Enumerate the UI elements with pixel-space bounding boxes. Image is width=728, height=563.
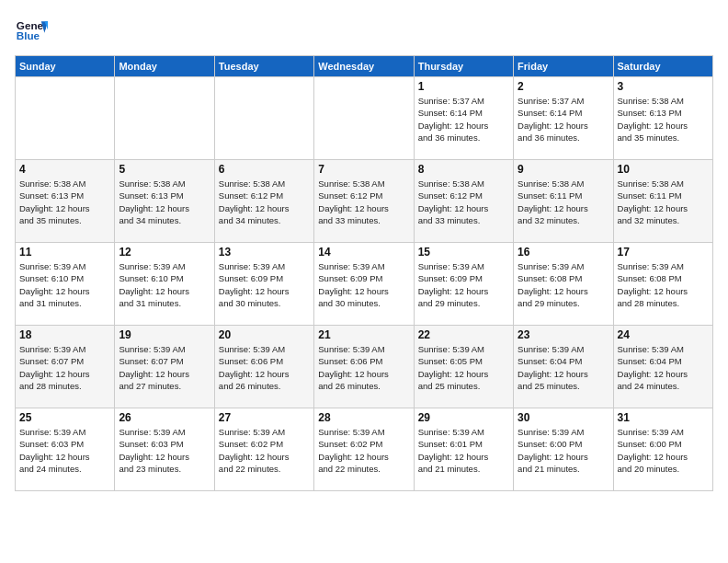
calendar-cell: 6Sunrise: 5:38 AM Sunset: 6:12 PM Daylig… (214, 160, 313, 243)
calendar-cell: 24Sunrise: 5:39 AM Sunset: 6:04 PM Dayli… (613, 326, 712, 408)
day-number: 24 (618, 328, 709, 341)
day-info: Sunrise: 5:38 AM Sunset: 6:13 PM Dayligh… (19, 178, 110, 226)
calendar-cell: 31Sunrise: 5:39 AM Sunset: 6:00 PM Dayli… (613, 408, 712, 491)
day-number: 16 (518, 246, 609, 259)
calendar-week-row: 18Sunrise: 5:39 AM Sunset: 6:07 PM Dayli… (16, 326, 713, 408)
day-number: 29 (418, 411, 509, 424)
day-number: 3 (618, 80, 709, 93)
day-number: 30 (518, 411, 609, 424)
day-number: 12 (119, 246, 210, 259)
day-number: 27 (219, 411, 310, 424)
calendar-cell: 7Sunrise: 5:38 AM Sunset: 6:12 PM Daylig… (314, 160, 414, 243)
day-number: 10 (618, 163, 709, 176)
calendar-header-monday: Monday (115, 56, 214, 77)
calendar-cell: 15Sunrise: 5:39 AM Sunset: 6:09 PM Dayli… (414, 243, 513, 326)
day-info: Sunrise: 5:39 AM Sunset: 6:09 PM Dayligh… (318, 260, 409, 309)
day-info: Sunrise: 5:39 AM Sunset: 6:08 PM Dayligh… (518, 260, 609, 309)
calendar-cell: 1Sunrise: 5:37 AM Sunset: 6:14 PM Daylig… (414, 77, 513, 160)
day-info: Sunrise: 5:39 AM Sunset: 6:08 PM Dayligh… (618, 260, 709, 309)
day-info: Sunrise: 5:38 AM Sunset: 6:11 PM Dayligh… (618, 178, 709, 226)
calendar-cell: 20Sunrise: 5:39 AM Sunset: 6:06 PM Dayli… (214, 326, 313, 408)
calendar-header-friday: Friday (514, 56, 613, 77)
day-number: 20 (219, 328, 310, 341)
calendar-cell (214, 77, 313, 160)
day-info: Sunrise: 5:38 AM Sunset: 6:12 PM Dayligh… (219, 178, 310, 226)
day-info: Sunrise: 5:39 AM Sunset: 6:01 PM Dayligh… (418, 426, 509, 475)
day-number: 25 (19, 411, 110, 424)
calendar-cell: 13Sunrise: 5:39 AM Sunset: 6:09 PM Dayli… (214, 243, 313, 326)
day-info: Sunrise: 5:39 AM Sunset: 6:02 PM Dayligh… (318, 426, 409, 475)
calendar-cell: 2Sunrise: 5:37 AM Sunset: 6:14 PM Daylig… (514, 77, 613, 160)
calendar-table: SundayMondayTuesdayWednesdayThursdayFrid… (15, 55, 713, 491)
day-number: 28 (318, 411, 409, 424)
day-info: Sunrise: 5:39 AM Sunset: 6:04 PM Dayligh… (618, 343, 709, 392)
logo: General Blue (15, 15, 29, 48)
calendar-cell: 16Sunrise: 5:39 AM Sunset: 6:08 PM Dayli… (514, 243, 613, 326)
logo-icon: General Blue (15, 15, 48, 48)
calendar-week-row: 25Sunrise: 5:39 AM Sunset: 6:03 PM Dayli… (16, 408, 713, 491)
day-number: 23 (518, 328, 609, 341)
day-info: Sunrise: 5:39 AM Sunset: 6:09 PM Dayligh… (219, 260, 310, 309)
day-number: 18 (19, 328, 110, 341)
calendar-week-row: 1Sunrise: 5:37 AM Sunset: 6:14 PM Daylig… (16, 77, 713, 160)
calendar-cell: 17Sunrise: 5:39 AM Sunset: 6:08 PM Dayli… (613, 243, 712, 326)
calendar-cell: 22Sunrise: 5:39 AM Sunset: 6:05 PM Dayli… (414, 326, 513, 408)
calendar-cell: 23Sunrise: 5:39 AM Sunset: 6:04 PM Dayli… (514, 326, 613, 408)
day-number: 4 (19, 163, 110, 176)
day-info: Sunrise: 5:39 AM Sunset: 6:04 PM Dayligh… (518, 343, 609, 392)
day-number: 19 (119, 328, 210, 341)
day-number: 1 (418, 80, 509, 93)
day-info: Sunrise: 5:37 AM Sunset: 6:14 PM Dayligh… (518, 95, 609, 144)
day-info: Sunrise: 5:38 AM Sunset: 6:12 PM Dayligh… (418, 178, 509, 226)
day-info: Sunrise: 5:39 AM Sunset: 6:06 PM Dayligh… (219, 343, 310, 392)
day-number: 17 (618, 246, 709, 259)
day-info: Sunrise: 5:39 AM Sunset: 6:10 PM Dayligh… (19, 260, 110, 309)
calendar-cell: 26Sunrise: 5:39 AM Sunset: 6:03 PM Dayli… (115, 408, 214, 491)
day-info: Sunrise: 5:39 AM Sunset: 6:09 PM Dayligh… (418, 260, 509, 309)
page-header: General Blue (15, 15, 713, 48)
day-info: Sunrise: 5:39 AM Sunset: 6:07 PM Dayligh… (119, 343, 210, 392)
calendar-week-row: 11Sunrise: 5:39 AM Sunset: 6:10 PM Dayli… (16, 243, 713, 326)
day-info: Sunrise: 5:38 AM Sunset: 6:13 PM Dayligh… (618, 95, 709, 144)
calendar-cell (16, 77, 115, 160)
day-number: 26 (119, 411, 210, 424)
calendar-header-wednesday: Wednesday (314, 56, 414, 77)
svg-text:Blue: Blue (17, 29, 40, 41)
calendar-cell: 11Sunrise: 5:39 AM Sunset: 6:10 PM Dayli… (16, 243, 115, 326)
day-info: Sunrise: 5:39 AM Sunset: 6:07 PM Dayligh… (19, 343, 110, 392)
calendar-header-row: SundayMondayTuesdayWednesdayThursdayFrid… (16, 56, 713, 77)
day-info: Sunrise: 5:38 AM Sunset: 6:11 PM Dayligh… (518, 178, 609, 226)
calendar-cell: 27Sunrise: 5:39 AM Sunset: 6:02 PM Dayli… (214, 408, 313, 491)
calendar-cell: 19Sunrise: 5:39 AM Sunset: 6:07 PM Dayli… (115, 326, 214, 408)
day-info: Sunrise: 5:39 AM Sunset: 6:03 PM Dayligh… (119, 426, 210, 475)
calendar-cell (314, 77, 414, 160)
day-info: Sunrise: 5:38 AM Sunset: 6:13 PM Dayligh… (119, 178, 210, 226)
calendar-cell: 12Sunrise: 5:39 AM Sunset: 6:10 PM Dayli… (115, 243, 214, 326)
calendar-cell: 21Sunrise: 5:39 AM Sunset: 6:06 PM Dayli… (314, 326, 414, 408)
day-number: 5 (119, 163, 210, 176)
calendar-cell: 9Sunrise: 5:38 AM Sunset: 6:11 PM Daylig… (514, 160, 613, 243)
day-number: 13 (219, 246, 310, 259)
day-number: 15 (418, 246, 509, 259)
day-number: 21 (318, 328, 409, 341)
day-number: 7 (318, 163, 409, 176)
calendar-cell: 28Sunrise: 5:39 AM Sunset: 6:02 PM Dayli… (314, 408, 414, 491)
calendar-cell: 4Sunrise: 5:38 AM Sunset: 6:13 PM Daylig… (16, 160, 115, 243)
calendar-cell (115, 77, 214, 160)
day-info: Sunrise: 5:38 AM Sunset: 6:12 PM Dayligh… (318, 178, 409, 226)
day-number: 9 (518, 163, 609, 176)
day-number: 8 (418, 163, 509, 176)
calendar-header-sunday: Sunday (16, 56, 115, 77)
day-number: 22 (418, 328, 509, 341)
calendar-cell: 8Sunrise: 5:38 AM Sunset: 6:12 PM Daylig… (414, 160, 513, 243)
calendar-cell: 25Sunrise: 5:39 AM Sunset: 6:03 PM Dayli… (16, 408, 115, 491)
day-info: Sunrise: 5:39 AM Sunset: 6:05 PM Dayligh… (418, 343, 509, 392)
day-info: Sunrise: 5:39 AM Sunset: 6:02 PM Dayligh… (219, 426, 310, 475)
calendar-cell: 18Sunrise: 5:39 AM Sunset: 6:07 PM Dayli… (16, 326, 115, 408)
day-number: 31 (618, 411, 709, 424)
day-info: Sunrise: 5:39 AM Sunset: 6:03 PM Dayligh… (19, 426, 110, 475)
day-number: 14 (318, 246, 409, 259)
day-number: 6 (219, 163, 310, 176)
calendar-week-row: 4Sunrise: 5:38 AM Sunset: 6:13 PM Daylig… (16, 160, 713, 243)
calendar-cell: 3Sunrise: 5:38 AM Sunset: 6:13 PM Daylig… (613, 77, 712, 160)
